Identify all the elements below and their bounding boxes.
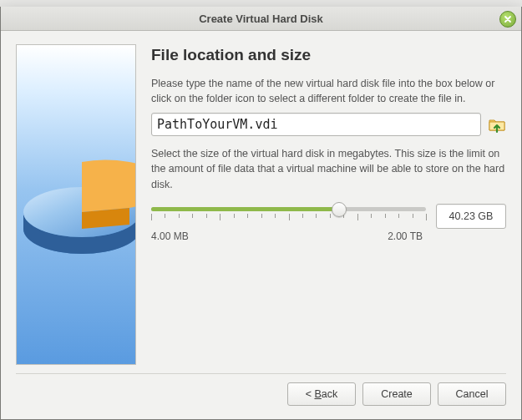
wizard-illustration [16,44,136,365]
size-description: Select the size of the virtual hard disk… [151,146,506,191]
slider-ticks [151,214,426,220]
slider-fill [151,207,338,211]
titlebar[interactable]: Create Virtual Hard Disk [1,7,521,31]
slider-thumb[interactable] [332,202,347,217]
slider-min-label: 4.00 MB [151,230,189,242]
size-value-input[interactable] [436,204,506,229]
location-description: Please type the name of the new virtual … [151,76,506,106]
size-slider[interactable] [151,204,426,229]
window-title: Create Virtual Hard Disk [199,13,323,25]
button-row: < Back Create Cancel [1,374,521,417]
back-button[interactable]: < Back [287,382,356,406]
wizard-page: File location and size Please type the n… [151,44,506,365]
page-heading: File location and size [151,46,506,64]
slider-max-label: 2.00 TB [388,230,423,242]
dialog-window: Create Virtual Hard Disk [0,7,522,420]
close-icon[interactable] [499,11,516,28]
create-button[interactable]: Create [362,382,431,406]
cancel-button[interactable]: Cancel [438,382,506,406]
browse-folder-icon[interactable] [488,115,506,134]
file-path-input[interactable] [151,113,481,136]
